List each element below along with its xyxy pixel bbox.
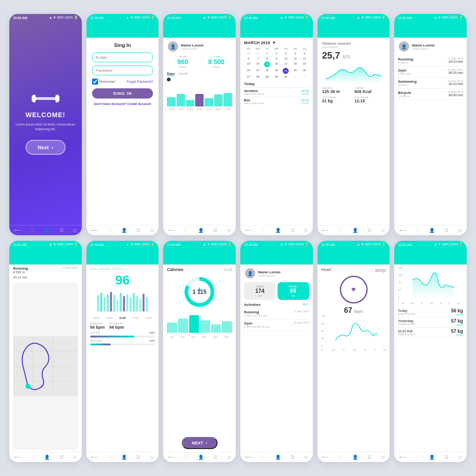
nav-set-10[interactable]: ⊙	[304, 455, 308, 460]
canvas: 10:30 AM ▲ ▼ WiFi 100% 🔋 WELCOME! Lorem …	[0, 0, 476, 476]
distance-content: Distance covered Lorem ipsum 25,7 km	[317, 38, 390, 225]
nav-cal-7[interactable]: ☰	[60, 455, 64, 460]
nav-cal-6[interactable]: ☰	[444, 228, 449, 233]
nav-heart-8[interactable]: ♡	[107, 455, 112, 460]
email-input[interactable]	[92, 53, 153, 62]
min-item: MINIMUM 56 bpm	[90, 322, 105, 330]
nav-person-8[interactable]: 👤	[121, 455, 127, 460]
status-time-2: 10:30 AM	[90, 16, 104, 20]
nav-heart-icon-2[interactable]: ♡	[107, 228, 112, 233]
wave-header-7	[9, 248, 82, 264]
nav-person-4[interactable]: 👤	[275, 228, 281, 233]
nav-back-icon-2[interactable]: ⟵	[91, 228, 98, 233]
nav-cal-8[interactable]: ☰	[136, 455, 140, 460]
next-label: Next	[38, 145, 49, 150]
remember-checkbox[interactable]	[92, 79, 98, 85]
nav-cal-5[interactable]: ☰	[367, 228, 371, 233]
tab-month[interactable]: Month	[178, 72, 187, 76]
nav-settings-icon[interactable]: ⊙	[73, 228, 77, 233]
nav-back-3[interactable]: ⟵	[168, 228, 175, 233]
nav-set-12[interactable]: ⊙	[458, 455, 462, 460]
nav-person-3[interactable]: 👤	[198, 228, 204, 233]
nav-set-7[interactable]: ⊙	[73, 455, 77, 460]
stats-row-3: ▼ 20 960 Place + 200 8 500 Points	[163, 53, 236, 70]
create-account-link[interactable]: Create Account	[127, 102, 151, 106]
nav-heart-5[interactable]: ♡	[338, 228, 343, 233]
nav-heart-6[interactable]: ♡	[415, 228, 419, 233]
nav-settings-icon-2[interactable]: ⊙	[150, 228, 154, 233]
nav-set-6[interactable]: ⊙	[458, 228, 462, 233]
wave-header-5	[317, 21, 390, 38]
bar-3	[195, 94, 204, 106]
nav-cal-3[interactable]: ☰	[213, 228, 218, 233]
nav-back-7[interactable]: ⟵	[14, 455, 20, 460]
status-time-10: 10:30 AM	[244, 243, 258, 246]
nav-set-4[interactable]: ⊙	[304, 228, 308, 233]
nav-person-5[interactable]: 👤	[352, 228, 358, 233]
nav-set-9[interactable]: ⊙	[227, 455, 231, 460]
nav-back-9[interactable]: ⟵	[168, 455, 175, 460]
act-all-10[interactable]: All >	[303, 303, 309, 307]
cal-bar-4	[211, 324, 221, 333]
nav-back-12[interactable]: ⟵	[399, 455, 406, 460]
map-area	[13, 283, 78, 450]
forgot-link[interactable]: Forget Password?	[127, 80, 153, 83]
nav-heart-7[interactable]: ♡	[30, 455, 34, 460]
status-bar-4: 10:30 AM ▲ ▼ WiFi 100% 🔋	[240, 14, 313, 21]
wave-bg-10	[240, 248, 313, 264]
nav-person-10[interactable]: 👤	[275, 455, 281, 460]
bar-2	[186, 100, 194, 106]
nav-calendar-icon-2[interactable]: ☰	[136, 228, 140, 233]
nav-cal-10[interactable]: ☰	[291, 455, 295, 460]
no-account-label: Don't have Account?	[94, 102, 126, 106]
nav-set-8[interactable]: ⊙	[150, 455, 154, 460]
nav-person-12[interactable]: 👤	[429, 455, 435, 460]
active-prog-fill	[90, 336, 134, 337]
nav-cal-4[interactable]: ☰	[291, 228, 295, 233]
nav-back-4[interactable]: ⟵	[245, 228, 251, 233]
distance-sub: Lorem ipsum	[322, 46, 385, 48]
nav-heart-icon[interactable]: ♡	[30, 228, 34, 233]
nav-back-8[interactable]: ⟵	[91, 455, 98, 460]
nav-set-5[interactable]: ⊙	[381, 228, 385, 233]
nav-cal-11[interactable]: ☰	[367, 455, 371, 460]
nav-back-11[interactable]: ⟵	[322, 455, 329, 460]
nav-person-6[interactable]: 👤	[429, 228, 435, 233]
signin-button[interactable]: SING IN	[92, 88, 153, 99]
nav-person-11[interactable]: 👤	[352, 455, 358, 460]
nav-back-10[interactable]: ⟵	[245, 455, 251, 460]
nav-set-11[interactable]: ⊙	[381, 455, 385, 460]
nav-heart-11[interactable]: ♡	[338, 455, 343, 460]
nav-back-icon[interactable]: ⟵	[14, 228, 20, 233]
nav-cal-9[interactable]: ☰	[213, 455, 218, 460]
svg-rect-17	[113, 295, 115, 311]
nav-person-icon-2[interactable]: 👤	[121, 228, 127, 233]
nav-heart-10[interactable]: ♡	[261, 455, 265, 460]
wave-header-9	[163, 248, 236, 264]
password-input[interactable]	[92, 66, 153, 75]
status-bar-11: 10:30 AM ▲ ▼ WiFi 100% 🔋	[317, 241, 390, 248]
nav-cal-12[interactable]: ☰	[444, 455, 449, 460]
nav-heart-12[interactable]: ♡	[415, 455, 419, 460]
calories-next-button[interactable]: NEXT ›	[182, 437, 218, 449]
nav-back-6[interactable]: ⟵	[399, 228, 406, 233]
tab-days[interactable]: Days	[167, 72, 175, 76]
welcome-content: WELCOME! Lorem ipsum dolor sit amet, con…	[9, 21, 82, 225]
next-button[interactable]: Next ›	[26, 140, 66, 155]
bottom-nav-7: ⟵ ♡ 👤 ☰ ⊙	[9, 452, 82, 462]
nav-heart-9[interactable]: ♡	[184, 455, 188, 460]
status-bar-8: 10:30 AM ▲ ▼ WiFi 100% 🔋	[86, 241, 159, 248]
profile-sub-10: Lorem ipsum	[258, 274, 280, 277]
nav-back-5[interactable]: ⟵	[322, 228, 329, 233]
nav-person-7[interactable]: 👤	[44, 455, 50, 460]
nav-heart-4[interactable]: ♡	[261, 228, 265, 233]
nav-person-icon[interactable]: 👤	[44, 228, 50, 233]
nav-person-9[interactable]: 👤	[198, 455, 204, 460]
calories-unit: kcal	[225, 267, 232, 272]
bar-chart-3	[167, 83, 232, 106]
status-icons-5: ▲ ▼ WiFi 100% 🔋	[357, 16, 386, 20]
calories-title: Calories	[167, 267, 184, 272]
nav-set-3[interactable]: ⊙	[227, 228, 231, 233]
nav-heart-3[interactable]: ♡	[184, 228, 188, 233]
nav-calendar-icon[interactable]: ☰	[60, 228, 64, 233]
